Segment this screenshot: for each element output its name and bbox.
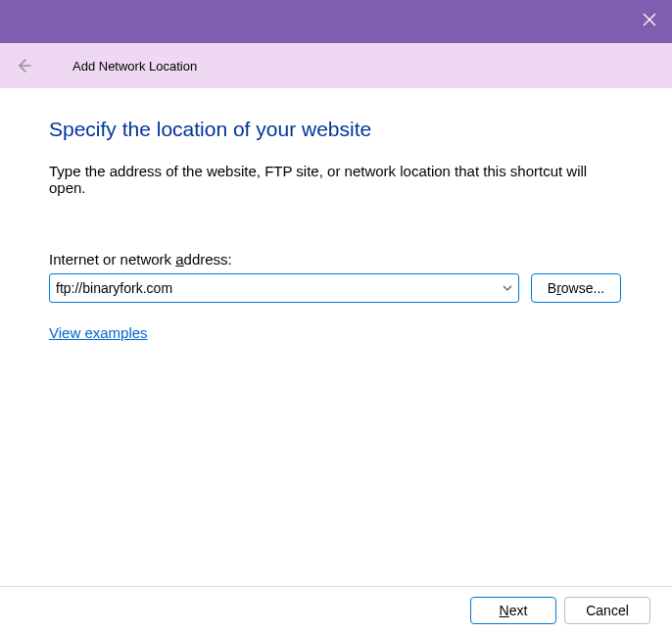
wizard-content: Specify the location of your website Typ… — [0, 88, 672, 586]
view-examples-link[interactable]: View examples — [49, 324, 148, 341]
wizard-footer: Next Cancel — [0, 586, 672, 634]
titlebar — [0, 0, 672, 43]
address-input[interactable] — [49, 273, 519, 303]
close-icon — [643, 13, 656, 30]
page-title: Specify the location of your website — [49, 118, 623, 141]
back-icon — [14, 56, 33, 75]
wizard-header: Add Network Location — [0, 43, 672, 88]
address-combo — [49, 273, 519, 303]
header-title: Add Network Location — [72, 59, 197, 73]
address-row: Browse... — [49, 273, 623, 303]
browse-button[interactable]: Browse... — [531, 273, 621, 303]
close-button[interactable] — [627, 0, 672, 43]
next-button[interactable]: Next — [470, 597, 556, 624]
cancel-button[interactable]: Cancel — [564, 597, 650, 624]
page-description: Type the address of the website, FTP sit… — [49, 163, 623, 196]
address-label: Internet or network address: — [49, 251, 623, 268]
